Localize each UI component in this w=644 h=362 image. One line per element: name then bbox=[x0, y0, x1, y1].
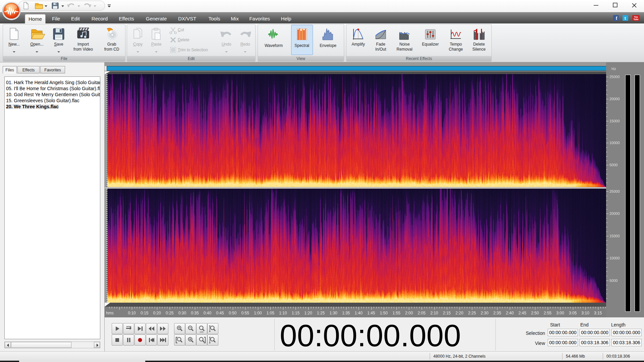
svg-text:100: 100 bbox=[200, 331, 204, 333]
svg-text:t: t bbox=[625, 16, 626, 21]
svg-text:You: You bbox=[634, 16, 638, 18]
svg-text:Tube: Tube bbox=[633, 18, 638, 20]
svg-text:f: f bbox=[616, 16, 618, 21]
